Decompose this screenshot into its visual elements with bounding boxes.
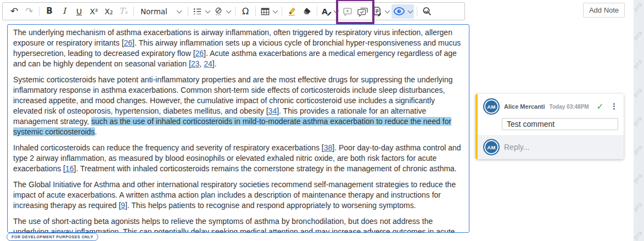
omega-icon: Ω <box>242 7 249 16</box>
redo-icon: ↷ <box>25 7 33 16</box>
add-comment-button[interactable] <box>340 4 355 19</box>
redo-button[interactable]: ↷ <box>22 4 36 19</box>
table-dropdown[interactable] <box>259 4 279 19</box>
citation-link[interactable]: 23 <box>191 59 200 68</box>
watermark-text: pra <box>634 1 643 13</box>
watermark-text: pra <box>634 172 643 184</box>
text-run: The use of short-acting beta agonists he… <box>13 217 455 233</box>
heading-dropdown[interactable]: Normal <box>137 4 185 19</box>
font-style-dropdown[interactable]: A <box>320 4 340 19</box>
remove-format-icon: Tₓ <box>119 7 128 15</box>
citation-link[interactable]: 26 <box>124 38 133 47</box>
italic-icon: I <box>63 7 66 15</box>
add-comment-icon <box>342 6 353 17</box>
track-changes-dropdown[interactable] <box>371 4 391 19</box>
citation-link[interactable]: 16 <box>65 164 74 173</box>
font-style-icon: A <box>322 7 328 16</box>
toolbar-separator <box>317 7 317 16</box>
comment-text-field[interactable]: Test comment <box>502 118 618 130</box>
comment-header: AM Alice Mercanti Today 03:48PM ✓ ⋮ <box>478 94 624 118</box>
superscript-button[interactable]: X² <box>87 4 101 19</box>
comment-author-name: Alice Mercanti <box>504 103 545 110</box>
undo-icon: ↶ <box>10 7 18 16</box>
toolbar-separator <box>282 7 282 16</box>
highlight-marker-icon <box>287 6 298 16</box>
text-run: . <box>95 127 97 136</box>
watermark-text: pra <box>634 143 643 155</box>
underline-button[interactable]: U <box>72 4 86 19</box>
editor-toolbar: ↶ ↷ B I U X² X₂ Tₓ Normal Ω <box>2 2 465 20</box>
comment-reply-row[interactable]: AM Reply... <box>478 135 624 159</box>
bold-button[interactable]: B <box>42 4 57 19</box>
toolbar-separator <box>235 7 236 16</box>
chevron-down-icon <box>407 8 413 13</box>
paragraph[interactable]: The underlying mechanism of asthma exace… <box>13 27 463 69</box>
check-icon: ✓ <box>596 102 603 111</box>
heading-dropdown-value: Normal <box>141 7 167 16</box>
preview-toggle-button[interactable] <box>391 4 414 19</box>
highlight-marker-button[interactable] <box>285 4 299 19</box>
eraser-button[interactable] <box>300 4 314 19</box>
track-changes-icon <box>372 6 382 16</box>
chevron-down-icon <box>177 8 182 13</box>
paragraph[interactable]: The Global Initiative for Asthma and oth… <box>13 180 463 211</box>
text-run: ]. This helps patients to recognise and … <box>125 201 416 210</box>
comment-thread: AM Alice Mercanti Today 03:48PM ✓ ⋮ Test… <box>475 94 624 159</box>
remove-format-button[interactable]: Tₓ <box>116 4 131 19</box>
citation-link[interactable]: 38 <box>324 143 333 152</box>
underline-icon: U <box>76 8 82 15</box>
subscript-button[interactable]: X₂ <box>102 4 116 19</box>
comment-timestamp: Today 03:48PM <box>550 104 589 110</box>
undo-button[interactable]: ↶ <box>7 4 21 19</box>
eye-icon <box>393 7 405 16</box>
watermark-text: pra <box>634 229 643 241</box>
paragraph[interactable]: Inhaled corticosteroids can reduce the f… <box>13 143 463 174</box>
watermark-text: pra <box>634 29 643 41</box>
watermark-text: pra <box>634 86 643 98</box>
text-run: ]. <box>212 59 217 68</box>
watermark-strip: praprapraprapraprapraprapra <box>634 0 644 241</box>
paragraph[interactable]: The use of short-acting beta agonists he… <box>13 216 463 233</box>
watermark-text: pra <box>634 200 643 212</box>
find-replace-icon <box>422 6 432 16</box>
chevron-down-icon <box>226 8 232 13</box>
document-body: The underlying mechanism of asthma exace… <box>13 27 463 233</box>
citation-link[interactable]: 26 <box>195 49 204 58</box>
italic-button[interactable]: I <box>57 4 71 19</box>
chevron-down-icon <box>333 8 339 13</box>
paragraph[interactable]: Systemic corticosteroids have potent ant… <box>13 75 463 137</box>
toolbar-separator <box>188 7 188 16</box>
toolbar-separator <box>133 7 134 16</box>
comment-buttons-group <box>340 4 370 19</box>
kebab-menu-icon: ⋮ <box>610 102 618 111</box>
dev-badge: FOR DEVELOPMENT PURPOSES ONLY <box>7 233 98 241</box>
bulleted-list-icon <box>193 7 203 16</box>
citation-link[interactable]: 9 <box>121 201 125 210</box>
link-dropdown[interactable] <box>212 4 232 19</box>
watermark-text: pra <box>634 115 643 127</box>
chevron-down-icon <box>273 8 278 13</box>
text-run: ]. Treatment with inhaled corticosteroid… <box>74 164 457 173</box>
comment-menu-button[interactable]: ⋮ <box>610 103 618 111</box>
bold-icon: B <box>46 7 52 15</box>
toolbar-separator <box>39 7 40 16</box>
watermark-text: pra <box>634 58 643 70</box>
document-editor[interactable]: The underlying mechanism of asthma exace… <box>7 24 469 233</box>
citation-link[interactable]: 34 <box>268 107 277 115</box>
find-replace-button[interactable] <box>420 4 434 19</box>
list-dropdown[interactable] <box>191 4 211 19</box>
show-comments-button[interactable] <box>355 4 370 19</box>
toolbar-separator <box>255 7 256 16</box>
subscript-icon: X₂ <box>104 8 113 15</box>
avatar: AM <box>483 139 500 155</box>
resolve-comment-button[interactable]: ✓ <box>596 102 603 111</box>
citation-link[interactable]: 24 <box>204 59 212 68</box>
special-characters-button[interactable]: Ω <box>238 4 253 19</box>
chevron-down-icon <box>205 8 211 13</box>
chevron-down-icon <box>384 8 390 13</box>
reply-placeholder: Reply... <box>504 143 529 152</box>
editor-page: praprapraprapraprapraprapra ↶ ↷ B I U X²… <box>0 0 644 241</box>
add-note-button[interactable]: Add Note <box>583 3 625 18</box>
comment-actions: ✓ ⋮ <box>596 102 618 111</box>
link-icon <box>214 7 223 16</box>
